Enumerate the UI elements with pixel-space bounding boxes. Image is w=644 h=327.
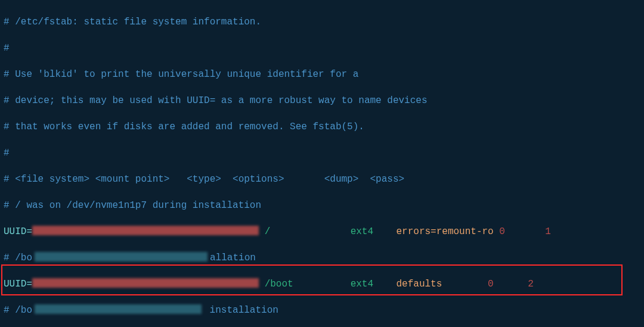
redacted-uuid: [32, 226, 259, 235]
fs-options: defaults: [396, 279, 442, 289]
redacted-text: [35, 304, 202, 314]
fstab-comment: # /boallation: [4, 251, 640, 264]
uuid-label: UUID=: [4, 279, 32, 289]
fstab-comment: # /etc/fstab: static file system informa…: [4, 15, 640, 29]
fstab-comment: # / was on /dev/nvme1n1p7 during install…: [4, 199, 640, 212]
dump: 0: [488, 279, 494, 289]
fstab-comment: #: [4, 42, 640, 55]
redacted-text: [35, 252, 208, 261]
fstab-comment: # device; this may be used with UUID= as…: [4, 94, 640, 107]
fstab-comment: # /bo installation: [4, 304, 640, 317]
fstab-comment: # that works even if disks are added and…: [4, 120, 640, 133]
mount-point: /boot: [265, 279, 293, 289]
redacted-uuid: [32, 278, 259, 288]
fstab-entry-boot: UUID= /boot ext4 defaults 0 2: [4, 278, 640, 291]
fstab-comment: # Use 'blkid' to print the universally u…: [4, 68, 640, 81]
uuid-label: UUID=: [4, 226, 32, 237]
fs-options: errors=remount-ro: [396, 226, 493, 237]
fstab-entry-root: UUID= / ext4 errors=remount-ro 0 1: [4, 225, 640, 238]
terminal-editor[interactable]: # /etc/fstab: static file system informa…: [0, 0, 644, 327]
fstab-header-columns: # <file system> <mount point> <type> <op…: [4, 173, 640, 186]
fstab-comment: #: [4, 147, 640, 160]
pass: 2: [528, 279, 534, 289]
dump: 0: [499, 226, 505, 237]
fs-type: ext4: [351, 279, 373, 289]
pass: 1: [545, 226, 551, 237]
fs-type: ext4: [351, 226, 373, 237]
mount-point: /: [265, 226, 271, 237]
